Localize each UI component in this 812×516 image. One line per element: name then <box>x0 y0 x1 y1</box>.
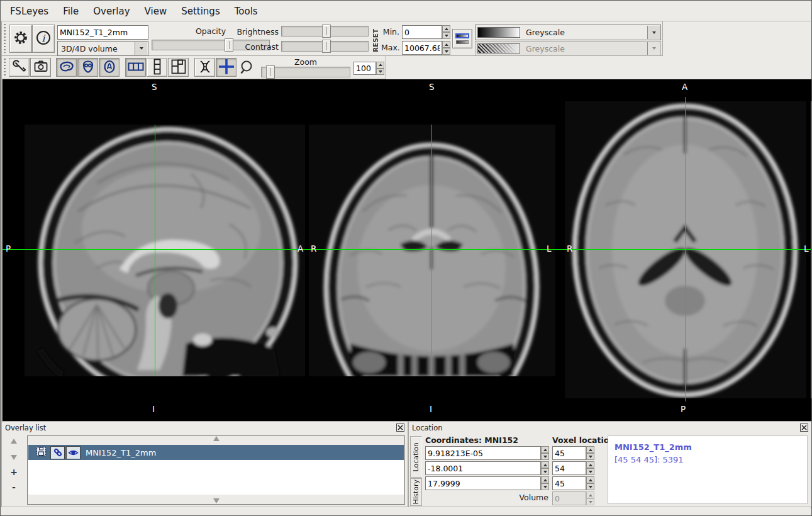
camera-icon <box>34 60 48 74</box>
menu-file[interactable]: File <box>63 3 87 20</box>
voxel-z-input[interactable] <box>552 476 586 490</box>
zoom-slider[interactable] <box>261 67 350 77</box>
remove-overlay-button[interactable]: - <box>7 482 21 492</box>
overlay-info-button[interactable]: i <box>32 25 55 53</box>
screenshot-button[interactable] <box>30 58 51 77</box>
opacity-slider-thumb[interactable] <box>225 38 233 52</box>
ortho-view: S I P A <box>1 79 812 421</box>
voxel-x-input[interactable] <box>552 446 586 460</box>
crosshair-icon <box>218 59 235 77</box>
orientation-label-left: L <box>804 244 809 254</box>
overlay-list-title: Overlay list <box>5 423 46 432</box>
layout-grid-button[interactable] <box>168 58 189 77</box>
move-overlay-up-button[interactable] <box>7 435 21 446</box>
chevron-down-icon <box>647 26 660 39</box>
save-overlay-icon[interactable] <box>36 446 47 459</box>
scroll-down-zone[interactable] <box>28 495 404 503</box>
view-settings-button[interactable] <box>9 58 30 77</box>
scroll-up-zone[interactable] <box>28 436 404 445</box>
visibility-eye-icon[interactable] <box>66 446 81 459</box>
link-overlay-button[interactable] <box>50 446 65 459</box>
contrast-slider[interactable] <box>281 41 369 52</box>
colourbar-icon <box>455 33 469 38</box>
overlay-name-input[interactable] <box>57 25 148 40</box>
voxel-y-input[interactable] <box>552 461 586 475</box>
voxel-z-spinner[interactable] <box>586 476 594 490</box>
world-x-input[interactable] <box>425 446 541 460</box>
axial-slice-image <box>561 79 812 421</box>
overlay-type-value: 3D/4D volume <box>61 44 118 53</box>
orientation-label-right: R <box>567 244 572 254</box>
contrast-slider-thumb[interactable] <box>322 40 331 53</box>
world-z-spinner[interactable] <box>541 476 549 490</box>
tab-history[interactable]: History <box>410 478 422 506</box>
min-value-input[interactable] <box>402 25 442 39</box>
toggle-coronal-button[interactable] <box>77 58 98 77</box>
magnifier-icon[interactable] <box>240 60 256 78</box>
orientation-label-right: R <box>311 244 316 254</box>
move-overlay-down-button[interactable] <box>7 452 21 462</box>
voxel-location-header: Voxel location <box>552 435 615 445</box>
reset-button[interactable]: RESET <box>372 26 379 52</box>
menu-overlay[interactable]: Overlay <box>93 3 138 20</box>
voxel-y-spinner[interactable] <box>586 461 594 475</box>
orientation-label-anterior: A <box>298 244 303 254</box>
volume-input <box>552 491 586 505</box>
brightness-slider[interactable] <box>281 26 369 36</box>
colormap-dropdown[interactable]: Greyscale <box>475 25 661 40</box>
coronal-view-icon <box>81 60 95 76</box>
menu-settings[interactable]: Settings <box>181 3 228 20</box>
zoom-spinner[interactable] <box>376 62 384 75</box>
overlay-type-dropdown[interactable]: 3D/4D volume <box>57 41 148 56</box>
colour-bar-toggle-button[interactable] <box>452 29 472 48</box>
layout-vertical-button[interactable] <box>147 58 167 77</box>
overlay-list-item[interactable]: MNI152_T1_2mm <box>28 445 404 460</box>
world-y-input[interactable] <box>425 461 541 475</box>
menu-tools[interactable]: Tools <box>235 3 266 20</box>
sagittal-canvas[interactable]: S I P A <box>3 79 306 421</box>
voxel-x-spinner[interactable] <box>586 446 594 460</box>
menu-bar: FSLeyes File Overlay View Settings Tools <box>1 1 811 21</box>
negative-colormap-dropdown: Greyscale <box>475 41 661 56</box>
max-spinner[interactable] <box>442 41 450 55</box>
zoom-slider-thumb[interactable] <box>266 65 275 79</box>
axial-canvas[interactable]: A P R L <box>561 79 812 421</box>
crosshair-mode-button[interactable] <box>216 58 236 77</box>
toolbar-grip[interactable] <box>4 24 6 53</box>
menu-view[interactable]: View <box>145 3 175 20</box>
crosshair-vertical <box>431 125 432 376</box>
min-spinner[interactable] <box>442 25 450 39</box>
world-x-spinner[interactable] <box>541 446 549 460</box>
movie-mode-button[interactable] <box>194 58 215 77</box>
max-value-input[interactable] <box>402 41 442 55</box>
min-label: Min. <box>381 27 399 36</box>
tab-history-label: History <box>412 480 420 504</box>
orientation-label-posterior: P <box>681 404 686 414</box>
toggle-sagittal-button[interactable] <box>56 58 77 77</box>
location-titlebar: Location <box>409 422 811 434</box>
menu-fsleyes[interactable]: FSLeyes <box>10 3 57 20</box>
world-z-input[interactable] <box>425 476 541 490</box>
layout-horizontal-button[interactable] <box>125 58 146 77</box>
contrast-label: Contrast <box>236 42 279 52</box>
brightness-slider-thumb[interactable] <box>322 25 331 38</box>
layout-grid-icon <box>171 59 186 76</box>
info-voxel-value: [45 54 45]: 5391 <box>615 454 801 466</box>
world-y-spinner[interactable] <box>541 461 549 475</box>
toolbar-grip[interactable] <box>4 59 6 76</box>
close-icon[interactable] <box>396 423 404 432</box>
orientation-label-posterior: P <box>6 244 11 254</box>
display-settings-button[interactable] <box>9 25 32 53</box>
zoom-value-input[interactable] <box>353 62 376 75</box>
tab-location[interactable]: Location <box>410 436 422 478</box>
orientation-label-superior: S <box>429 82 435 92</box>
crosshair-vertical <box>155 125 155 376</box>
coronal-canvas[interactable]: S I R L <box>306 79 561 421</box>
add-overlay-button[interactable]: + <box>7 467 21 477</box>
close-icon[interactable] <box>800 423 808 432</box>
axial-view-icon <box>103 60 116 76</box>
layout-horizontal-icon <box>128 62 144 73</box>
orientation-label-inferior: I <box>430 404 432 414</box>
overlay-display-toolbar: i 3D/4D volume Opacity Brightness Contra… <box>1 21 663 56</box>
toggle-axial-button[interactable] <box>99 58 120 77</box>
